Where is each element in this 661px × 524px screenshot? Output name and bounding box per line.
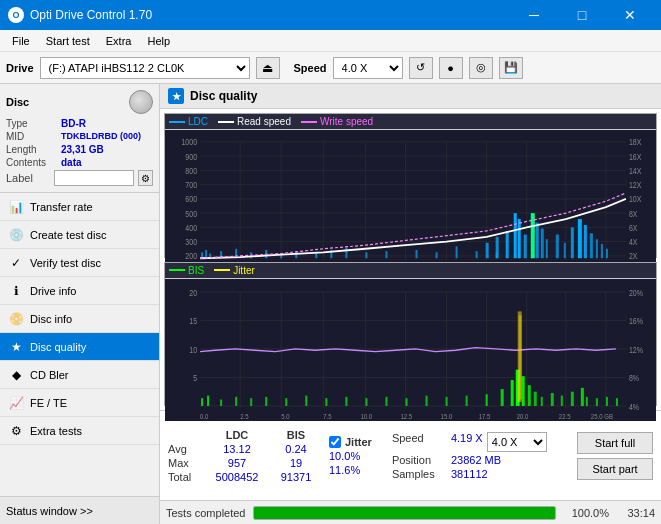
nav-disc-info[interactable]: 📀 Disc info — [0, 305, 159, 333]
svg-rect-84 — [601, 244, 603, 258]
nav-disc-quality[interactable]: ★ Disc quality — [0, 333, 159, 361]
svg-rect-125 — [250, 398, 252, 406]
length-value: 23,31 GB — [61, 144, 104, 155]
disc-button[interactable]: ◎ — [469, 57, 493, 79]
start-full-button[interactable]: Start full — [577, 432, 653, 454]
svg-rect-136 — [466, 395, 468, 405]
svg-rect-138 — [501, 389, 504, 406]
nav-drive-info[interactable]: ℹ Drive info — [0, 277, 159, 305]
svg-rect-144 — [541, 396, 543, 405]
speed-value: 4.19 X — [451, 432, 483, 452]
svg-text:20: 20 — [189, 288, 197, 298]
svg-text:4%: 4% — [629, 402, 639, 412]
drive-label: Drive — [6, 62, 34, 74]
svg-text:25.0 GB: 25.0 GB — [591, 412, 613, 420]
svg-rect-67 — [486, 243, 489, 258]
ldc-header: LDC — [207, 429, 267, 441]
speed-label: Speed — [294, 62, 327, 74]
disc-title: Disc — [6, 96, 29, 108]
label-input[interactable] — [54, 170, 134, 186]
verify-test-disc-icon: ✓ — [8, 255, 24, 271]
svg-rect-77 — [556, 235, 559, 259]
menu-help[interactable]: Help — [139, 33, 178, 49]
svg-rect-71 — [518, 219, 521, 258]
label-button[interactable]: ⚙ — [138, 170, 153, 186]
nav-fe-te[interactable]: 📈 FE / TE — [0, 389, 159, 417]
svg-text:300: 300 — [185, 238, 197, 248]
start-part-button[interactable]: Start part — [577, 458, 653, 480]
dq-header: ★ Disc quality — [160, 84, 661, 109]
svg-rect-143 — [534, 391, 537, 405]
svg-rect-132 — [385, 396, 387, 405]
record-button[interactable]: ● — [439, 57, 463, 79]
dq-title: Disc quality — [190, 89, 257, 103]
svg-rect-133 — [405, 398, 407, 406]
svg-text:15: 15 — [189, 316, 197, 326]
svg-text:10: 10 — [189, 345, 197, 355]
nav-cd-bler[interactable]: ◆ CD Bler — [0, 361, 159, 389]
extra-tests-icon: ⚙ — [8, 423, 24, 439]
save-button[interactable]: 💾 — [499, 57, 523, 79]
svg-text:15.0: 15.0 — [441, 412, 453, 420]
drive-select[interactable]: (F:) ATAPI iHBS112 2 CL0K — [40, 57, 250, 79]
speed-static-label: Speed — [392, 432, 447, 452]
nav-create-test-disc[interactable]: 💿 Create test disc — [0, 221, 159, 249]
svg-rect-68 — [496, 237, 499, 258]
jitter-checkbox[interactable] — [329, 436, 341, 448]
refresh-button[interactable]: ↺ — [409, 57, 433, 79]
chart1-container: LDC Read speed Write speed — [164, 113, 657, 258]
svg-rect-79 — [571, 227, 574, 258]
minimize-button[interactable]: ─ — [511, 0, 557, 30]
speed-position-info: Speed 4.19 X 4.0 X 1.0 X 2.0 X 8.0 X Pos… — [392, 432, 547, 480]
status-window-button[interactable]: Status window >> — [0, 496, 159, 524]
samples-row: Samples 381112 — [392, 468, 547, 480]
svg-text:12X: 12X — [629, 181, 641, 191]
avg-ldc: 13.12 — [207, 443, 267, 455]
dq-icon: ★ — [168, 88, 184, 104]
svg-rect-64 — [456, 246, 458, 258]
svg-text:900: 900 — [185, 152, 197, 162]
nav-verify-test-disc[interactable]: ✓ Verify test disc — [0, 249, 159, 277]
max-label: Max — [168, 457, 203, 469]
drive-info-icon: ℹ — [8, 283, 24, 299]
stats-max-row: Max 957 19 — [168, 457, 321, 469]
progress-bar-fill — [254, 507, 555, 519]
drive-bar: Drive (F:) ATAPI iHBS112 2 CL0K ⏏ Speed … — [0, 52, 661, 84]
speed-select[interactable]: 4.0 X 1.0 X 2.0 X 8.0 X — [333, 57, 403, 79]
stat-speed-select[interactable]: 4.0 X 1.0 X 2.0 X 8.0 X — [487, 432, 547, 452]
length-label: Length — [6, 144, 61, 155]
nav-transfer-rate[interactable]: 📊 Transfer rate — [0, 193, 159, 221]
chart2-svg: 20 15 10 5 20% 16% 12% 8% 4% 0.0 2.5 5.0… — [165, 279, 656, 422]
svg-rect-139 — [511, 380, 514, 406]
svg-rect-153 — [606, 396, 608, 405]
svg-text:22.5: 22.5 — [559, 412, 571, 420]
avg-bis: 0.24 — [271, 443, 321, 455]
cd-bler-icon: ◆ — [8, 367, 24, 383]
svg-rect-80 — [578, 219, 582, 258]
svg-rect-121 — [201, 398, 203, 406]
svg-rect-81 — [584, 225, 587, 258]
stats-total-row: Total 5008452 91371 — [168, 471, 321, 483]
close-button[interactable]: ✕ — [607, 0, 653, 30]
svg-rect-82 — [590, 233, 593, 258]
svg-rect-76 — [546, 239, 548, 258]
menu-file[interactable]: File — [4, 33, 38, 49]
maximize-button[interactable]: □ — [559, 0, 605, 30]
nav-extra-tests[interactable]: ⚙ Extra tests — [0, 417, 159, 445]
label-label: Label — [6, 172, 50, 184]
app-icon: O — [8, 7, 24, 23]
position-row: Position 23862 MB — [392, 454, 547, 466]
svg-rect-152 — [596, 398, 598, 406]
jitter-avg-row: 10.0% — [329, 450, 372, 462]
menu-extra[interactable]: Extra — [98, 33, 140, 49]
action-buttons: Start full Start part — [577, 432, 653, 480]
svg-text:20%: 20% — [629, 288, 643, 298]
svg-rect-150 — [519, 315, 522, 399]
svg-text:7.5: 7.5 — [323, 412, 331, 420]
eject-button[interactable]: ⏏ — [256, 57, 280, 79]
disc-type-row: Type BD-R — [6, 118, 153, 129]
svg-text:700: 700 — [185, 181, 197, 191]
svg-text:20.0: 20.0 — [517, 412, 529, 420]
menu-start-test[interactable]: Start test — [38, 33, 98, 49]
svg-text:8X: 8X — [629, 209, 638, 219]
